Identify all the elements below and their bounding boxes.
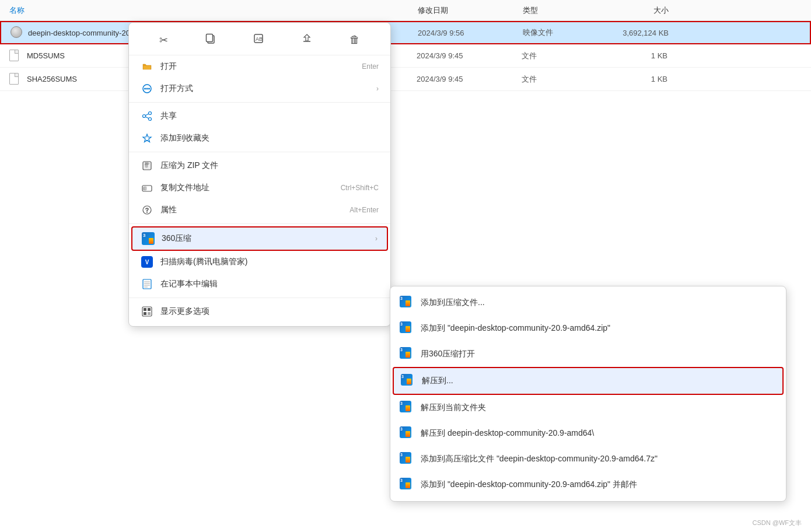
properties-icon	[141, 204, 153, 216]
svg-point-10	[149, 118, 152, 121]
open-with-icon	[141, 82, 153, 95]
col-header-type: 类型	[523, 5, 610, 16]
scan-virus-label: 扫描病毒(腾讯电脑管家)	[160, 257, 379, 267]
svg-rect-22	[143, 279, 151, 289]
file-date-sha: 2024/3/9 9:45	[417, 75, 522, 83]
col-header-size: 大小	[610, 5, 680, 16]
context-toolbar: ✂ AB	[129, 26, 390, 55]
scissors-icon: ✂	[159, 34, 168, 47]
sub-360zip-icon-3: 3	[400, 347, 414, 361]
copy-path-label: 复制文件地址	[160, 183, 329, 193]
sub-open-360-label: 用360压缩打开	[421, 349, 475, 359]
sub-menu-open-360[interactable]: 3 用360压缩打开	[390, 341, 786, 367]
col-header-name[interactable]: 名称	[9, 5, 418, 16]
col-header-date: 修改日期	[418, 5, 523, 16]
menu-item-open-with[interactable]: 打开方式 ›	[129, 78, 390, 100]
sub-360zip-icon-4: 3	[401, 374, 415, 388]
properties-label: 属性	[160, 205, 338, 215]
file-type-md5: 文件	[522, 51, 609, 61]
svg-point-21	[146, 212, 148, 213]
sub-menu-extract-folder[interactable]: 3 解压到 deepin-desktop-community-20.9-amd6…	[390, 421, 786, 446]
trash-icon: 🗑	[349, 34, 360, 46]
sub-menu-extract-to[interactable]: 3 解压到...	[393, 367, 784, 395]
menu-item-copy-path[interactable]: ||| 复制文件地址 Ctrl+Shift+C	[129, 177, 390, 199]
file-type-sha: 文件	[522, 74, 609, 85]
svg-rect-28	[144, 308, 146, 311]
sub-menu-add-to-7z[interactable]: 3 添加到高压缩比文件 "deepin-desktop-community-20…	[390, 446, 786, 472]
svg-line-13	[145, 117, 149, 118]
menu-item-favorites[interactable]: 添加到收藏夹	[129, 127, 390, 149]
copy-path-shortcut: Ctrl+Shift+C	[341, 184, 379, 192]
sub-menu-extract-here[interactable]: 3 解压到当前文件夹	[390, 395, 786, 421]
menu-item-more-options[interactable]: 显示更多选项	[129, 300, 390, 323]
rename-icon: AB	[253, 33, 264, 47]
share-toolbar-button[interactable]	[297, 31, 317, 49]
svg-point-6	[144, 88, 146, 90]
file-date-md5: 2024/3/9 9:45	[417, 51, 522, 60]
sub-extract-here-label: 解压到当前文件夹	[421, 402, 486, 413]
cut-button[interactable]: ✂	[155, 32, 173, 49]
menu-item-properties[interactable]: 属性 Alt+Enter	[129, 199, 390, 221]
360zip-arrow: ›	[375, 235, 377, 243]
favorites-label: 添加到收藏夹	[160, 133, 379, 144]
menu-item-scan-virus[interactable]: V 扫描病毒(腾讯电脑管家)	[129, 251, 390, 273]
svg-text:|||: |||	[143, 187, 145, 190]
menu-item-share[interactable]: 共享	[129, 105, 390, 127]
svg-rect-4	[144, 66, 151, 69]
divider-2	[129, 152, 390, 152]
sub-360zip-icon-1: 3	[400, 296, 414, 310]
iso-file-icon	[11, 26, 23, 39]
sub-menu-add-to-zip-email[interactable]: 3 添加到 "deepin-desktop-community-20.9-amd…	[390, 472, 786, 498]
rename-button[interactable]: AB	[249, 31, 268, 49]
sub-add-archive-label: 添加到压缩文件...	[421, 298, 485, 308]
file-type-iso: 映像文件	[523, 27, 610, 38]
svg-point-8	[148, 88, 150, 90]
file-size-iso: 3,692,124 KB	[610, 29, 680, 37]
table-row[interactable]: MD5SUMS 2024/3/9 9:45 文件 1 KB	[0, 44, 811, 68]
sub-menu-add-to-archive[interactable]: 3 添加到压缩文件...	[390, 290, 786, 316]
svg-rect-31	[148, 312, 151, 315]
360zip-visual: 3	[142, 232, 155, 245]
sub-360zip-icon-2: 3	[400, 321, 414, 335]
share-label: 共享	[160, 111, 379, 121]
menu-item-360zip[interactable]: 3 360压缩 ›	[131, 226, 388, 251]
sub-add-7z-label: 添加到高压缩比文件 "deepin-desktop-community-20.9…	[421, 454, 658, 464]
generic-file-icon	[9, 73, 22, 86]
svg-text:ZIP: ZIP	[145, 162, 149, 166]
more-options-icon	[141, 305, 153, 318]
open-label: 打开	[160, 61, 350, 72]
svg-point-7	[146, 88, 148, 90]
copy-path-icon: |||	[141, 181, 153, 194]
svg-text:AB: AB	[256, 36, 263, 42]
share-icon	[302, 33, 312, 47]
table-row[interactable]: SHA256SUMS 2024/3/9 9:45 文件 1 KB	[0, 68, 811, 91]
divider-3	[129, 223, 390, 224]
open-shortcut: Enter	[362, 62, 379, 71]
svg-line-12	[145, 114, 149, 116]
context-menu-sub: 3 添加到压缩文件... 3 添加到 "deepin-desktop-commu…	[390, 286, 786, 502]
copy-button[interactable]	[201, 31, 221, 49]
svg-point-11	[143, 115, 146, 118]
360zip-icon: 3	[142, 232, 155, 245]
file-size-sha: 1 KB	[609, 75, 679, 83]
sub-360zip-icon-5: 3	[400, 401, 414, 415]
menu-item-open[interactable]: 打开 Enter	[129, 55, 390, 78]
menu-item-zip[interactable]: ZIP 压缩为 ZIP 文件	[129, 155, 390, 177]
sub-360zip-icon-6: 3	[400, 426, 414, 440]
watermark: CSDN @WF文丰	[753, 519, 802, 527]
svg-point-9	[149, 112, 152, 115]
share-menu-icon	[141, 110, 153, 123]
sub-add-zip-label: 添加到 "deepin-desktop-community-20.9-amd64…	[421, 323, 610, 334]
generic-file-icon	[9, 50, 22, 62]
zip-label: 压缩为 ZIP 文件	[160, 160, 379, 171]
table-row[interactable]: deepin-desktop-community-20.9-amd64.iso …	[0, 21, 811, 44]
file-date-iso: 2024/3/9 9:56	[418, 29, 523, 37]
sub-360zip-icon-7: 3	[400, 452, 414, 466]
open-icon	[141, 60, 153, 73]
sub-extract-to-label: 解压到...	[422, 376, 453, 386]
menu-item-notepad[interactable]: 在记事本中编辑	[129, 273, 390, 295]
context-menu-main: ✂ AB	[128, 22, 391, 327]
sub-menu-add-to-zip[interactable]: 3 添加到 "deepin-desktop-community-20.9-amd…	[390, 316, 786, 341]
divider-1	[129, 102, 390, 103]
delete-button[interactable]: 🗑	[345, 32, 365, 48]
